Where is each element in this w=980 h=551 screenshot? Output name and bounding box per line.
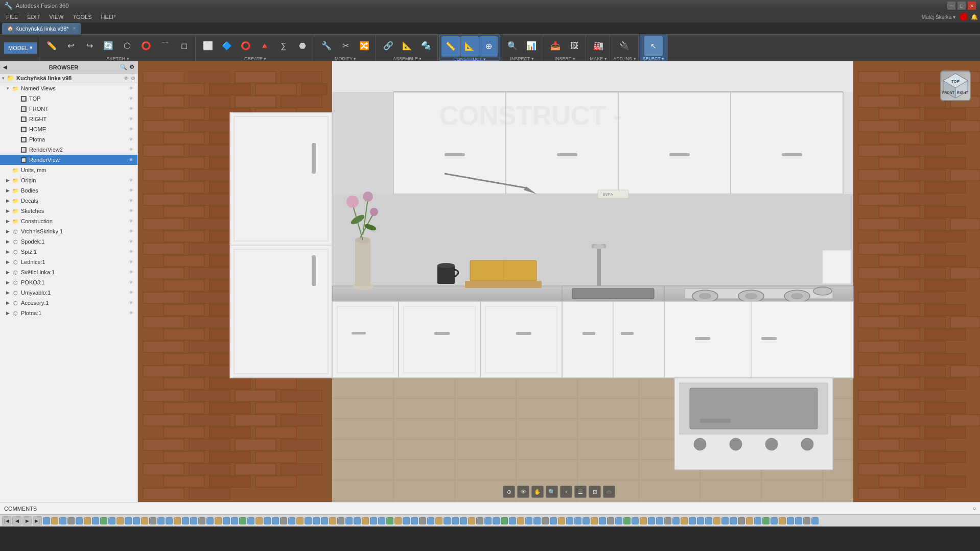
sketch-btn-6[interactable]: ⭕ <box>137 36 155 56</box>
lednice-eye[interactable]: 👁 <box>129 259 133 265</box>
timeline-item-61[interactable] <box>533 517 541 524</box>
timeline-item-78[interactable] <box>672 517 680 524</box>
timeline-item-31[interactable] <box>288 517 295 524</box>
root-eye-icon[interactable]: 👁 <box>124 76 129 81</box>
modify-btn-1[interactable]: 🔧 <box>317 36 336 56</box>
zoom-fit-button[interactable]: 🔍 <box>546 486 558 498</box>
timeline-item-81[interactable] <box>697 517 704 524</box>
timeline-item-90[interactable] <box>771 517 778 524</box>
timeline-item-39[interactable] <box>354 517 361 524</box>
timeline-item-27[interactable] <box>255 517 263 524</box>
timeline-item-4[interactable] <box>67 517 75 524</box>
zoom-in-button[interactable]: + <box>560 486 572 498</box>
tree-top[interactable]: 🔲 TOP 👁 <box>0 93 137 104</box>
look-button[interactable]: 👁 <box>517 486 529 498</box>
tree-svetlo-linka[interactable]: ▶ ⬡ SvětloLinka:1 👁 <box>0 267 137 277</box>
tree-renderview[interactable]: 🔲 RenderView 👁 <box>0 155 137 165</box>
timeline-play-button[interactable]: ▶ <box>22 516 32 525</box>
timeline-item-57[interactable] <box>501 517 508 524</box>
timeline-item-52[interactable] <box>460 517 467 524</box>
timeline-item-16[interactable] <box>166 517 173 524</box>
timeline-item-71[interactable] <box>615 517 622 524</box>
browser-search-icon[interactable]: 🔍 <box>120 64 127 70</box>
home-eye[interactable]: 👁 <box>129 127 133 132</box>
timeline-item-9[interactable] <box>108 517 115 524</box>
svetlo-eye[interactable]: 👁 <box>129 270 133 275</box>
navcube-face[interactable]: TOP FRONT RIGHT <box>940 70 971 101</box>
timeline-next-button[interactable]: ▶| <box>33 516 42 525</box>
insert-btn-2[interactable]: 🖼 <box>565 36 584 56</box>
menu-file[interactable]: FILE <box>2 13 22 21</box>
display-mode-button[interactable]: ☰ <box>574 486 587 498</box>
assemble-btn-2[interactable]: 📐 <box>398 36 416 56</box>
inspect-btn-2[interactable]: 📊 <box>522 36 541 56</box>
tree-pokoj[interactable]: ▶ ⬡ POKOJ:1 👁 <box>0 277 137 288</box>
sketch-btn-4[interactable]: 🔄 <box>99 36 118 56</box>
timeline-item-5[interactable] <box>76 517 83 524</box>
origin-eye[interactable]: 👁 <box>129 178 133 183</box>
spiz-eye[interactable]: 👁 <box>129 249 133 254</box>
plotna-view-eye[interactable]: 👁 <box>129 137 133 142</box>
timeline-item-51[interactable] <box>452 517 459 524</box>
vrchni-eye[interactable]: 👁 <box>129 229 133 234</box>
timeline-item-47[interactable] <box>419 517 426 524</box>
close-button[interactable]: ✕ <box>968 2 976 10</box>
timeline-item-93[interactable] <box>795 517 802 524</box>
timeline-item-91[interactable] <box>779 517 786 524</box>
construct-btn-2[interactable]: 📐 <box>460 36 479 57</box>
root-settings-icon[interactable]: ⚙ <box>131 76 135 81</box>
tree-accesory[interactable]: ▶ ⬡ Accesory:1 👁 <box>0 298 137 308</box>
tree-bodies[interactable]: ▶ 📁 Bodies 👁 <box>0 185 137 196</box>
timeline-item-36[interactable] <box>329 517 336 524</box>
timeline-item-72[interactable] <box>623 517 631 524</box>
timeline-item-73[interactable] <box>632 517 639 524</box>
create-btn-4[interactable]: 🔺 <box>255 36 274 56</box>
tree-plotna-view[interactable]: 🔲 Plotna 👁 <box>0 134 137 145</box>
create-btn-1[interactable]: ⬜ <box>199 36 217 56</box>
browser-root[interactable]: ▾ 📁 Kuchyňská linka v98 👁 ⚙ <box>0 74 137 83</box>
timeline-item-38[interactable] <box>345 517 353 524</box>
tree-named-views[interactable]: ▾ 📁 Named Views 👁 <box>0 83 137 93</box>
timeline-item-85[interactable] <box>730 517 737 524</box>
insert-btn-1[interactable]: 📥 <box>546 36 565 56</box>
viewport[interactable]: INFA CONSTRUCT - TOP FRONT RIGHT <box>138 61 980 502</box>
timeline-item-79[interactable] <box>681 517 688 524</box>
timeline-item-53[interactable] <box>468 517 475 524</box>
document-tab[interactable]: 🏠 Kuchyňská linka v98* × <box>2 23 81 34</box>
select-btn[interactable]: ↖ <box>644 36 663 56</box>
tree-plotna1[interactable]: ▶ ⬡ Plotna:1 👁 <box>0 308 137 318</box>
timeline-item-49[interactable] <box>435 517 442 524</box>
timeline-item-46[interactable] <box>411 517 418 524</box>
modify-btn-3[interactable]: 🔀 <box>355 36 374 56</box>
bodies-eye[interactable]: 👁 <box>129 188 133 193</box>
spodek-eye[interactable]: 👁 <box>129 239 133 244</box>
timeline-item-80[interactable] <box>689 517 696 524</box>
timeline-item-88[interactable] <box>754 517 761 524</box>
grid-button[interactable]: ⊞ <box>589 486 601 498</box>
browser-collapse-icon[interactable]: ◀ <box>3 64 7 70</box>
named-views-eye[interactable]: 👁 <box>129 86 133 91</box>
right-eye[interactable]: 👁 <box>129 116 133 122</box>
timeline-item-66[interactable] <box>574 517 581 524</box>
timeline-item-35[interactable] <box>321 517 328 524</box>
timeline-item-82[interactable] <box>705 517 712 524</box>
tree-decals[interactable]: ▶ 📁 Decals 👁 <box>0 196 137 206</box>
construct-btn-3[interactable]: ⊕ <box>479 36 498 57</box>
menu-help[interactable]: HELP <box>97 13 120 21</box>
timeline-item-83[interactable] <box>713 517 720 524</box>
tree-construction[interactable]: ▶ 📁 Construction 👁 <box>0 216 137 226</box>
timeline-item-33[interactable] <box>305 517 312 524</box>
timeline-item-41[interactable] <box>370 517 377 524</box>
timeline-item-34[interactable] <box>313 517 320 524</box>
navcube[interactable]: TOP FRONT RIGHT <box>935 65 976 106</box>
timeline-item-2[interactable] <box>51 517 58 524</box>
timeline-item-65[interactable] <box>566 517 573 524</box>
timeline-item-43[interactable] <box>386 517 393 524</box>
timeline-start-button[interactable]: |◀ <box>2 516 11 525</box>
timeline-item-12[interactable] <box>133 517 140 524</box>
timeline-item-56[interactable] <box>493 517 500 524</box>
inspect-btn-1[interactable]: 🔍 <box>503 36 522 56</box>
window-controls[interactable]: ─ □ ✕ <box>947 2 976 10</box>
visual-style-button[interactable]: ≡ <box>603 486 615 498</box>
timeline-item-20[interactable] <box>198 517 205 524</box>
